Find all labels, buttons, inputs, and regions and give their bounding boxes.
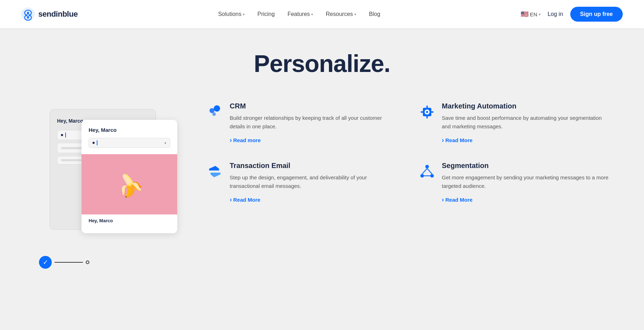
svg-point-16 [426,111,428,113]
illus-front-input: ▾ [89,138,170,148]
main-content: Personalize. Hey, Marco ▾ [0,28,644,330]
svg-rect-20 [431,111,433,113]
sendinblue-logo-icon [21,7,35,21]
svg-point-1 [27,12,29,14]
crm-description: Build stronger relationships by keeping … [230,114,397,131]
chevron-down-icon: ▾ [354,12,356,16]
content-area: Hey, Marco ▾ ▾ [35,102,609,279]
front-card-footer: Hey, Marco [82,214,177,227]
chevron-down-icon: ▾ [311,12,313,16]
chevron-down-icon: ▾ [539,12,541,16]
front-dropdown-icon: ▾ [164,141,166,145]
svg-point-4 [27,17,29,19]
transaction-description: Step up the design, engagement, and deli… [230,173,397,190]
svg-rect-17 [426,106,428,108]
front-card-name: Hey, Marco [89,127,170,133]
svg-line-29 [427,168,432,174]
banana-emoji: 🍌 [113,168,146,201]
segmentation-icon [418,162,436,181]
crm-title: CRM [230,102,397,110]
features-grid: CRM Build stronger relationships by keep… [206,102,609,203]
check-icon: ✓ [39,256,52,269]
svg-line-28 [422,168,427,174]
marketing-description: Save time and boost performance by autom… [442,114,609,131]
header-actions: 🇺🇸 EN ▾ Log in Sign up free [521,7,623,22]
svg-point-3 [29,15,30,16]
signup-button[interactable]: Sign up free [570,7,623,22]
svg-point-0 [21,7,35,21]
feature-transaction: Transaction Email Step up the design, en… [206,162,397,203]
svg-point-11 [209,108,214,113]
nav-blog[interactable]: Blog [369,11,380,17]
flag-icon: 🇺🇸 [521,10,528,18]
banana-image-area: 🍌 [82,154,177,214]
login-button[interactable]: Log in [548,11,563,17]
illustration-card-front: Hey, Marco ▾ 🍌 Hey, Marco [82,120,177,233]
hero-title: Personalize. [35,50,609,77]
nav-features[interactable]: Features ▾ [287,11,313,17]
feature-marketing: Marketing Automation Save time and boost… [418,102,609,144]
svg-marker-23 [211,174,220,177]
chevron-down-icon: ▾ [243,12,245,16]
marketing-title: Marketing Automation [442,102,609,110]
nav-solutions[interactable]: Solutions ▾ [218,11,245,17]
crm-read-more-link[interactable]: Read more [230,136,397,144]
logo-text: sendinblue [38,10,78,19]
svg-rect-19 [421,111,423,113]
segmentation-title: Segmentation [442,162,609,170]
marketing-read-more-link[interactable]: Read More [442,136,609,144]
svg-point-2 [26,15,27,16]
nav-resources[interactable]: Resources ▾ [326,11,356,17]
svg-point-25 [425,165,429,168]
svg-rect-24 [211,173,220,174]
segmentation-read-more-link[interactable]: Read More [442,196,609,203]
transaction-email-icon [206,162,224,181]
main-nav: Solutions ▾ Pricing Features ▾ Resources… [218,11,380,17]
segmentation-description: Get more engagement by sending your mark… [442,173,609,190]
language-selector[interactable]: 🇺🇸 EN ▾ [521,10,541,18]
feature-crm: CRM Build stronger relationships by keep… [206,102,397,144]
nav-pricing[interactable]: Pricing [257,11,275,17]
feature-segmentation: Segmentation Get more engagement by send… [418,162,609,203]
svg-point-13 [212,112,216,116]
svg-point-12 [214,105,220,112]
transaction-title: Transaction Email [230,162,397,170]
check-area: ✓ [39,256,89,269]
crm-icon [206,103,224,121]
transaction-read-more-link[interactable]: Read More [230,196,397,203]
marketing-automation-icon [418,103,436,121]
svg-rect-18 [426,116,428,118]
logo[interactable]: sendinblue [21,7,78,21]
svg-rect-22 [209,169,219,170]
header: sendinblue Solutions ▾ Pricing Features … [0,0,644,28]
svg-marker-21 [209,166,219,169]
hero-illustration: Hey, Marco ▾ ▾ [35,102,184,279]
